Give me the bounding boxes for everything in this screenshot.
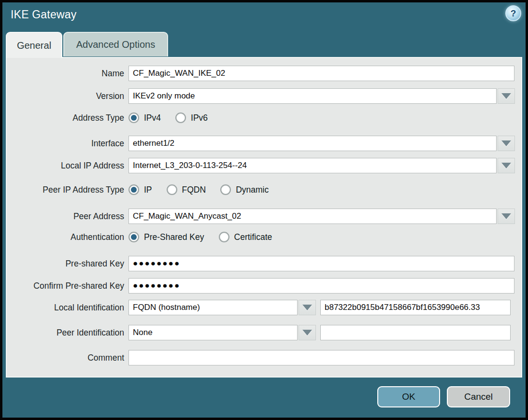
radio-checked-icon[interactable] [128,232,139,242]
peer-ip-address-type-radio-group: IP FQDN Dynamic [128,184,283,195]
local-identification-type-select[interactable] [128,300,298,315]
radio-option-ipv4-label: IPv4 [144,113,161,123]
dialog-title: IKE Gateway [11,8,76,21]
help-icon[interactable]: ? [505,5,521,21]
ok-button[interactable]: OK [377,386,440,407]
radio-option-dynamic[interactable]: Dynamic [220,184,269,195]
local-ip-address-dropdown-button[interactable] [498,158,515,173]
radio-checked-icon[interactable] [128,112,139,123]
peer-address-select[interactable] [128,209,497,224]
peer-identification-dropdown-button[interactable] [299,325,316,340]
local-ip-address-label: Local IP Address [7,161,128,171]
authentication-row: Authentication Pre-Shared Key Certificat… [7,230,521,244]
local-ip-address-row: Local IP Address [7,158,521,173]
chevron-down-icon [501,163,511,168]
tab-general-label: General [17,40,51,51]
chevron-down-icon [501,93,511,99]
version-row: Version [7,88,521,104]
local-ip-address-select[interactable] [128,158,497,173]
authentication-label: Authentication [7,232,128,242]
tab-advanced-options[interactable]: Advanced Options [63,32,168,56]
chevron-down-icon [501,213,511,219]
cancel-button-label: Cancel [464,392,493,402]
version-select[interactable] [128,88,497,104]
radio-option-fqdn-label: FQDN [182,185,206,195]
radio-option-ipv6[interactable]: IPv6 [175,112,208,123]
tab-general[interactable]: General [6,32,62,58]
peer-address-dropdown-button[interactable] [498,209,515,224]
comment-input[interactable] [128,350,514,365]
pre-shared-key-label: Pre-shared Key [7,259,128,269]
help-icon-glyph: ? [511,8,516,19]
confirm-pre-shared-key-label: Confirm Pre-shared Key [7,281,128,291]
address-type-row: Address Type IPv4 IPv6 [7,111,521,125]
comment-row: Comment [7,350,521,365]
interface-select[interactable] [128,136,497,151]
local-identification-dropdown-button[interactable] [299,300,316,315]
address-type-label: Address Type [7,113,128,123]
peer-identification-value-input[interactable] [320,325,511,340]
authentication-radio-group: Pre-Shared Key Certificate [128,232,286,242]
comment-label: Comment [7,353,128,363]
peer-identification-type-select[interactable] [128,325,298,340]
interface-dropdown-button[interactable] [498,136,515,151]
radio-option-certificate-label: Certificate [234,232,272,242]
radio-option-ipv4[interactable]: IPv4 [128,112,161,123]
chevron-down-icon [501,140,511,146]
tab-advanced-options-label: Advanced Options [76,39,155,50]
radio-option-certificate[interactable]: Certificate [219,232,272,242]
radio-unchecked-icon[interactable] [175,112,186,123]
peer-identification-row: Peer Identification [7,325,521,340]
chevron-down-icon [302,330,312,336]
interface-label: Interface [7,139,128,149]
name-row: Name [7,66,521,81]
ike-gateway-dialog: IKE Gateway ? General Advanced Options N… [0,0,528,420]
radio-option-ip-label: IP [144,185,152,195]
radio-checked-icon[interactable] [128,184,139,195]
radio-option-dynamic-label: Dynamic [236,185,269,195]
peer-identification-label: Peer Identification [7,328,128,338]
peer-address-label: Peer Address [7,211,128,222]
general-tab-panel: Name Version Address Type IPv4 IPv6 [6,57,522,378]
chevron-down-icon [302,305,312,310]
address-type-radio-group: IPv4 IPv6 [128,112,222,123]
name-input[interactable] [128,66,514,81]
confirm-pre-shared-key-row: Confirm Pre-shared Key [7,278,521,294]
pre-shared-key-row: Pre-shared Key [7,256,521,271]
local-identification-value-input[interactable] [320,300,511,315]
interface-row: Interface [7,136,521,151]
peer-ip-address-type-label: Peer IP Address Type [7,185,128,195]
radio-unchecked-icon[interactable] [220,184,231,195]
peer-address-row: Peer Address [7,209,521,224]
radio-option-pre-shared-key[interactable]: Pre-Shared Key [128,232,204,242]
local-identification-row: Local Identification [7,300,521,315]
radio-unchecked-icon[interactable] [219,232,229,242]
ok-button-label: OK [402,392,415,402]
local-identification-label: Local Identification [7,303,128,313]
radio-option-pre-shared-key-label: Pre-Shared Key [144,232,204,242]
cancel-button[interactable]: Cancel [447,386,510,407]
name-label: Name [7,69,128,79]
radio-option-fqdn[interactable]: FQDN [167,184,206,195]
confirm-pre-shared-key-input[interactable] [128,278,514,294]
radio-unchecked-icon[interactable] [167,184,177,195]
radio-option-ip[interactable]: IP [128,184,152,195]
version-dropdown-button[interactable] [498,88,515,104]
pre-shared-key-input[interactable] [128,256,514,271]
radio-option-ipv6-label: IPv6 [191,113,208,123]
peer-ip-address-type-row: Peer IP Address Type IP FQDN Dynamic [7,183,521,196]
version-label: Version [7,91,128,101]
